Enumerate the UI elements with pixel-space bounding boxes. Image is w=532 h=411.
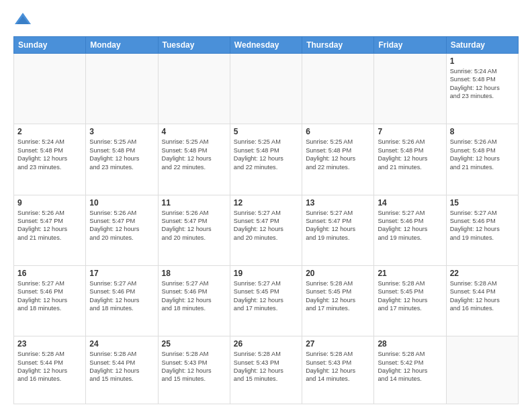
day-info: Sunrise: 5:28 AM Sunset: 5:44 PM Dayligh… bbox=[450, 279, 515, 313]
day-header-saturday: Saturday bbox=[446, 37, 518, 54]
calendar-cell: 17Sunrise: 5:27 AM Sunset: 5:46 PM Dayli… bbox=[86, 265, 158, 336]
calendar-cell: 16Sunrise: 5:27 AM Sunset: 5:46 PM Dayli… bbox=[14, 265, 86, 336]
day-number: 28 bbox=[378, 339, 442, 349]
day-number: 22 bbox=[450, 269, 515, 278]
calendar-cell bbox=[302, 54, 374, 124]
calendar-cell: 23Sunrise: 5:28 AM Sunset: 5:44 PM Dayli… bbox=[14, 336, 86, 404]
day-number: 26 bbox=[234, 339, 298, 349]
day-number: 16 bbox=[17, 269, 82, 278]
logo bbox=[13, 11, 35, 30]
day-number: 25 bbox=[162, 339, 226, 349]
day-info: Sunrise: 5:27 AM Sunset: 5:45 PM Dayligh… bbox=[234, 279, 298, 313]
day-number: 23 bbox=[17, 339, 82, 349]
calendar-cell bbox=[158, 54, 230, 124]
day-header-wednesday: Wednesday bbox=[230, 37, 302, 54]
calendar-cell: 27Sunrise: 5:28 AM Sunset: 5:43 PM Dayli… bbox=[302, 336, 374, 404]
calendar-cell: 14Sunrise: 5:27 AM Sunset: 5:46 PM Dayli… bbox=[374, 195, 446, 265]
calendar-cell: 8Sunrise: 5:26 AM Sunset: 5:48 PM Daylig… bbox=[446, 124, 518, 195]
day-header-thursday: Thursday bbox=[302, 37, 374, 54]
calendar-table: SundayMondayTuesdayWednesdayThursdayFrid… bbox=[13, 36, 519, 404]
week-row-5: 23Sunrise: 5:28 AM Sunset: 5:44 PM Dayli… bbox=[14, 336, 519, 404]
day-info: Sunrise: 5:26 AM Sunset: 5:47 PM Dayligh… bbox=[17, 209, 82, 242]
day-number: 12 bbox=[234, 198, 298, 208]
day-header-tuesday: Tuesday bbox=[158, 37, 230, 54]
day-header-sunday: Sunday bbox=[14, 37, 86, 54]
day-info: Sunrise: 5:28 AM Sunset: 5:43 PM Dayligh… bbox=[234, 350, 298, 383]
page: SundayMondayTuesdayWednesdayThursdayFrid… bbox=[0, 0, 532, 411]
day-number: 7 bbox=[378, 127, 442, 136]
calendar-cell: 13Sunrise: 5:27 AM Sunset: 5:47 PM Dayli… bbox=[302, 195, 374, 265]
calendar-cell bbox=[230, 54, 302, 124]
day-info: Sunrise: 5:27 AM Sunset: 5:46 PM Dayligh… bbox=[450, 209, 515, 242]
calendar-cell: 11Sunrise: 5:26 AM Sunset: 5:47 PM Dayli… bbox=[158, 195, 230, 265]
day-info: Sunrise: 5:27 AM Sunset: 5:46 PM Dayligh… bbox=[17, 279, 82, 313]
day-number: 21 bbox=[378, 269, 442, 278]
week-row-2: 2Sunrise: 5:24 AM Sunset: 5:48 PM Daylig… bbox=[14, 124, 519, 195]
day-number: 5 bbox=[234, 127, 298, 136]
day-info: Sunrise: 5:25 AM Sunset: 5:48 PM Dayligh… bbox=[234, 138, 298, 171]
day-info: Sunrise: 5:28 AM Sunset: 5:42 PM Dayligh… bbox=[378, 350, 442, 383]
logo-icon bbox=[13, 11, 32, 30]
calendar-cell: 7Sunrise: 5:26 AM Sunset: 5:48 PM Daylig… bbox=[374, 124, 446, 195]
day-info: Sunrise: 5:27 AM Sunset: 5:47 PM Dayligh… bbox=[306, 209, 370, 242]
day-header-friday: Friday bbox=[374, 37, 446, 54]
calendar-cell bbox=[446, 336, 518, 404]
day-number: 3 bbox=[89, 127, 154, 136]
day-info: Sunrise: 5:28 AM Sunset: 5:44 PM Dayligh… bbox=[17, 350, 82, 383]
day-info: Sunrise: 5:24 AM Sunset: 5:48 PM Dayligh… bbox=[450, 67, 515, 101]
header bbox=[13, 11, 519, 30]
day-info: Sunrise: 5:28 AM Sunset: 5:43 PM Dayligh… bbox=[162, 350, 226, 383]
day-number: 11 bbox=[162, 198, 226, 208]
day-info: Sunrise: 5:26 AM Sunset: 5:48 PM Dayligh… bbox=[450, 138, 515, 171]
calendar-cell: 2Sunrise: 5:24 AM Sunset: 5:48 PM Daylig… bbox=[14, 124, 86, 195]
calendar-cell bbox=[86, 54, 158, 124]
day-info: Sunrise: 5:27 AM Sunset: 5:46 PM Dayligh… bbox=[162, 279, 226, 313]
day-number: 24 bbox=[89, 339, 154, 349]
day-info: Sunrise: 5:26 AM Sunset: 5:48 PM Dayligh… bbox=[378, 138, 442, 171]
day-number: 27 bbox=[306, 339, 370, 349]
calendar-cell: 12Sunrise: 5:27 AM Sunset: 5:47 PM Dayli… bbox=[230, 195, 302, 265]
day-info: Sunrise: 5:27 AM Sunset: 5:47 PM Dayligh… bbox=[234, 209, 298, 242]
day-info: Sunrise: 5:25 AM Sunset: 5:48 PM Dayligh… bbox=[162, 138, 226, 171]
calendar-cell: 28Sunrise: 5:28 AM Sunset: 5:42 PM Dayli… bbox=[374, 336, 446, 404]
calendar-cell: 9Sunrise: 5:26 AM Sunset: 5:47 PM Daylig… bbox=[14, 195, 86, 265]
day-info: Sunrise: 5:24 AM Sunset: 5:48 PM Dayligh… bbox=[17, 138, 82, 171]
day-number: 17 bbox=[89, 269, 154, 278]
calendar-cell: 3Sunrise: 5:25 AM Sunset: 5:48 PM Daylig… bbox=[86, 124, 158, 195]
calendar-cell: 25Sunrise: 5:28 AM Sunset: 5:43 PM Dayli… bbox=[158, 336, 230, 404]
calendar-cell: 1Sunrise: 5:24 AM Sunset: 5:48 PM Daylig… bbox=[446, 54, 518, 124]
calendar-cell: 5Sunrise: 5:25 AM Sunset: 5:48 PM Daylig… bbox=[230, 124, 302, 195]
day-info: Sunrise: 5:28 AM Sunset: 5:45 PM Dayligh… bbox=[378, 279, 442, 313]
day-number: 6 bbox=[306, 127, 370, 136]
calendar-cell bbox=[374, 54, 446, 124]
day-number: 19 bbox=[234, 269, 298, 278]
day-info: Sunrise: 5:25 AM Sunset: 5:48 PM Dayligh… bbox=[89, 138, 154, 171]
calendar-cell: 26Sunrise: 5:28 AM Sunset: 5:43 PM Dayli… bbox=[230, 336, 302, 404]
day-number: 9 bbox=[17, 198, 82, 208]
day-number: 20 bbox=[306, 269, 370, 278]
day-number: 18 bbox=[162, 269, 226, 278]
day-number: 4 bbox=[162, 127, 226, 136]
calendar-cell: 24Sunrise: 5:28 AM Sunset: 5:44 PM Dayli… bbox=[86, 336, 158, 404]
day-number: 10 bbox=[89, 198, 154, 208]
calendar-cell: 18Sunrise: 5:27 AM Sunset: 5:46 PM Dayli… bbox=[158, 265, 230, 336]
day-info: Sunrise: 5:27 AM Sunset: 5:46 PM Dayligh… bbox=[378, 209, 442, 242]
calendar-cell: 6Sunrise: 5:25 AM Sunset: 5:48 PM Daylig… bbox=[302, 124, 374, 195]
week-row-1: 1Sunrise: 5:24 AM Sunset: 5:48 PM Daylig… bbox=[14, 54, 519, 124]
day-number: 15 bbox=[450, 198, 515, 208]
day-header-monday: Monday bbox=[86, 37, 158, 54]
day-number: 8 bbox=[450, 127, 515, 136]
day-info: Sunrise: 5:28 AM Sunset: 5:45 PM Dayligh… bbox=[306, 279, 370, 313]
calendar-cell bbox=[14, 54, 86, 124]
day-number: 13 bbox=[306, 198, 370, 208]
day-info: Sunrise: 5:26 AM Sunset: 5:47 PM Dayligh… bbox=[162, 209, 226, 242]
day-info: Sunrise: 5:27 AM Sunset: 5:46 PM Dayligh… bbox=[89, 279, 154, 313]
calendar-cell: 20Sunrise: 5:28 AM Sunset: 5:45 PM Dayli… bbox=[302, 265, 374, 336]
calendar-cell: 4Sunrise: 5:25 AM Sunset: 5:48 PM Daylig… bbox=[158, 124, 230, 195]
day-number: 14 bbox=[378, 198, 442, 208]
week-row-4: 16Sunrise: 5:27 AM Sunset: 5:46 PM Dayli… bbox=[14, 265, 519, 336]
calendar-cell: 22Sunrise: 5:28 AM Sunset: 5:44 PM Dayli… bbox=[446, 265, 518, 336]
calendar-cell: 10Sunrise: 5:26 AM Sunset: 5:47 PM Dayli… bbox=[86, 195, 158, 265]
day-number: 2 bbox=[17, 127, 82, 136]
calendar-cell: 15Sunrise: 5:27 AM Sunset: 5:46 PM Dayli… bbox=[446, 195, 518, 265]
